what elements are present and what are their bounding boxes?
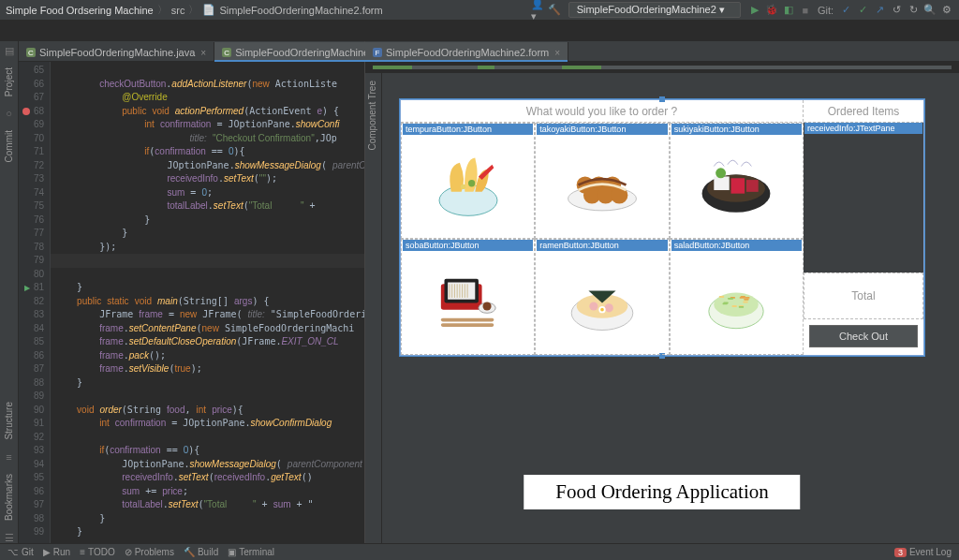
food-button-grid: tempuraButton:JButtontakoyakiButton:JBut… [401, 123, 804, 355]
design-canvas[interactable]: Component Tree What would you like to or… [365, 73, 959, 543]
bookmarks-tab[interactable]: Bookmarks [4, 470, 14, 524]
run-icon[interactable]: ▶ [748, 4, 761, 17]
component-tag: tempuraButton:JButton [403, 124, 533, 135]
status-bar: ⌥ Git ▶ Run ≡ TODO ⊘ Problems 🔨 Build ▣ … [0, 543, 959, 560]
svg-rect-30 [441, 323, 494, 327]
prompt-label: What would you like to order ? [401, 100, 804, 122]
status-todo[interactable]: ≡ TODO [80, 547, 115, 557]
project-icon[interactable]: ▤ [4, 45, 15, 56]
svg-rect-41 [719, 296, 724, 298]
app-caption: Food Ordering Application [524, 475, 800, 509]
coverage-icon[interactable]: ◧ [782, 4, 795, 17]
form-icon: F [373, 48, 382, 57]
svg-point-15 [716, 168, 726, 178]
git-label: Git: [818, 5, 834, 16]
tempura-button[interactable]: tempuraButton:JButton [401, 123, 535, 239]
tab-label: SimpleFoodOrderingMachine.java [39, 47, 195, 58]
close-icon[interactable]: × [200, 48, 206, 58]
status-build[interactable]: 🔨 Build [184, 547, 218, 557]
svg-rect-45 [745, 299, 749, 301]
designer-track [365, 62, 959, 73]
total-label: Total [804, 273, 923, 319]
tab-label: SimpleFoodOrderingMachine2.form [386, 47, 549, 58]
salad-button[interactable]: saladButton:JButton [670, 239, 804, 355]
structure-tab[interactable]: Structure [4, 398, 14, 444]
component-tag: sukiyakiButton:JButton [671, 124, 802, 135]
java-icon: C [26, 48, 36, 57]
svg-rect-50 [744, 302, 748, 303]
user-icon[interactable]: 👤▾ [531, 4, 544, 17]
form-designer-pane: F SimpleFoodOrderingMachine2.form × Comp… [365, 41, 959, 543]
stop-icon[interactable]: ■ [799, 4, 812, 17]
sukiyaki-button[interactable]: sukiyakiButton:JButton [670, 123, 804, 239]
svg-rect-47 [732, 305, 737, 307]
svg-rect-13 [731, 178, 745, 193]
svg-rect-52 [739, 306, 744, 308]
svg-point-1 [468, 180, 475, 186]
status-problems[interactable]: ⊘ Problems [125, 547, 174, 557]
run-config-dropdown[interactable]: SimpleFoodOrderingMachine2 ▾ [568, 2, 741, 18]
status-git[interactable]: ⌥ Git [7, 547, 34, 557]
received-info-textpane[interactable]: receivedInfo:JTextPane [804, 123, 923, 273]
svg-point-33 [589, 302, 598, 310]
component-tag: receivedInfo:JTextPane [804, 123, 922, 134]
svg-rect-14 [746, 180, 759, 192]
git-commit-icon[interactable]: ✓ [856, 4, 869, 17]
svg-rect-46 [723, 302, 728, 304]
build-icon[interactable]: 🔨 [548, 4, 561, 17]
git-update-icon[interactable]: ✓ [839, 4, 852, 17]
commit-tab[interactable]: Commit [4, 126, 14, 166]
breadcrumb-project[interactable]: Simple Food Ordsering Machine [6, 5, 154, 16]
rollback-icon[interactable]: ↻ [907, 4, 920, 17]
tab-machine2-form[interactable]: F SimpleFoodOrderingMachine2.form × [365, 42, 568, 61]
search-icon[interactable]: 🔍 [923, 4, 937, 17]
svg-rect-12 [715, 176, 730, 190]
debug-icon[interactable]: 🐞 [765, 4, 778, 17]
tab-machine1-java[interactable]: C SimpleFoodOrderingMachine.java × [19, 42, 214, 61]
svg-point-28 [482, 302, 491, 310]
bookmarks-icon[interactable]: ☰ [4, 532, 15, 543]
close-icon[interactable]: × [554, 48, 560, 58]
breadcrumb-sep: 〉 [157, 3, 168, 17]
form-root-panel[interactable]: What would you like to order ? Ordered I… [400, 99, 924, 356]
svg-point-36 [600, 308, 604, 312]
takoyaki-button[interactable]: takoyakiButton:JButton [535, 123, 669, 239]
component-tag: saladButton:JButton [671, 240, 802, 251]
line-number-gutter[interactable]: 6566676869707172737475767778798081828384… [19, 62, 51, 543]
status-event-log[interactable]: 3 Event Log [894, 547, 952, 557]
breadcrumb-file-icon: 📄 [202, 4, 215, 17]
ordered-items-header: Ordered Items [804, 100, 923, 122]
left-tool-rail: ▤ Project ○ Commit Structure ≡ Bookmarks… [0, 41, 19, 543]
commit-icon[interactable]: ○ [4, 108, 15, 119]
svg-rect-29 [441, 318, 494, 322]
java-icon: C [222, 48, 231, 57]
component-tag: takoyakiButton:JButton [537, 124, 667, 135]
component-tree-tab[interactable]: Component Tree [367, 77, 377, 155]
editor-tab-strip-left: C SimpleFoodOrderingMachine.java × C Sim… [19, 41, 364, 62]
breadcrumb-src-folder[interactable]: src [171, 5, 185, 16]
git-push-icon[interactable]: ↗ [873, 4, 886, 17]
svg-rect-51 [745, 297, 749, 299]
svg-point-2 [460, 184, 465, 189]
component-tag: sobaButton:JButton [403, 240, 533, 251]
status-terminal[interactable]: ▣ Terminal [228, 547, 274, 557]
settings-icon[interactable]: ⚙ [940, 4, 953, 17]
status-run[interactable]: ▶ Run [43, 547, 70, 557]
component-tree-rail: Component Tree [365, 73, 382, 543]
svg-rect-49 [729, 298, 733, 300]
breadcrumb-sep: 〉 [188, 3, 199, 17]
component-tag: ramenButton:JButton [537, 240, 667, 251]
code-editor-pane: C SimpleFoodOrderingMachine.java × C Sim… [19, 41, 365, 543]
project-tab[interactable]: Project [4, 64, 14, 100]
breadcrumb-file[interactable]: SimpleFoodOrderingMachine2.form [219, 5, 382, 16]
checkout-button[interactable]: Check Out [809, 325, 918, 347]
structure-icon[interactable]: ≡ [4, 451, 15, 463]
code-content[interactable]: checkOutButton.addActionListener(new Act… [51, 62, 364, 543]
ramen-button[interactable]: ramenButton:JButton [535, 239, 669, 355]
soba-button[interactable]: sobaButton:JButton [401, 239, 535, 355]
editor-tab-strip-right: F SimpleFoodOrderingMachine2.form × [365, 41, 959, 62]
history-icon[interactable]: ↺ [890, 4, 903, 17]
breadcrumb-bar: Simple Food Ordsering Machine 〉 src 〉 📄 … [0, 0, 959, 21]
svg-point-34 [605, 303, 613, 312]
